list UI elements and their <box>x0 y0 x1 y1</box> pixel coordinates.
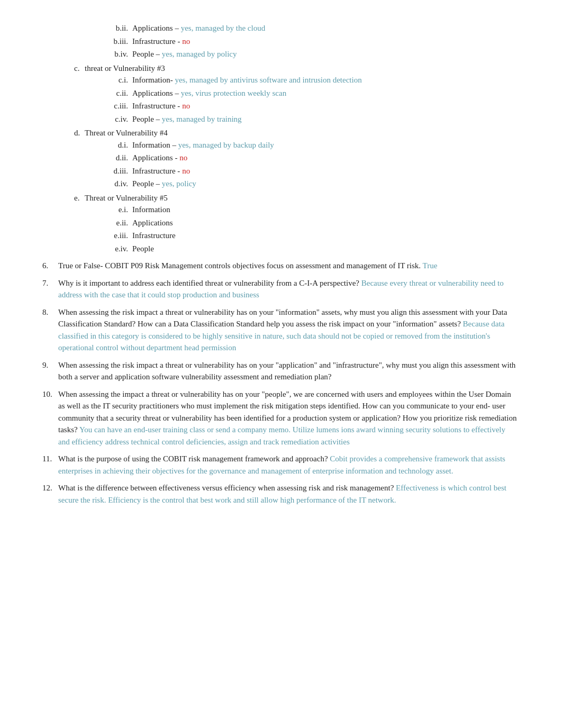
vuln4-items: d.i. Information – yes, managed by backu… <box>74 139 519 190</box>
q6-body: True or False- COBIT P09 Risk Management… <box>58 260 437 272</box>
q12-section: 12. What is the difference between effec… <box>42 482 519 506</box>
q6-question: True or False- COBIT P09 Risk Management… <box>58 261 421 270</box>
ci-label: c.i. <box>106 74 132 86</box>
ci-answer: yes, managed by antivirus software and i… <box>175 76 361 84</box>
vuln3-header: c. threat or Vulnerability #3 <box>74 62 519 75</box>
di-row: d.i. Information – yes, managed by backu… <box>106 139 519 151</box>
q6-section: 6. True or False- COBIT P09 Risk Managem… <box>42 260 519 272</box>
vuln4-label: d. <box>74 127 85 139</box>
ciii-row: c.iii. Infrastructure - no <box>106 100 519 112</box>
eiii-row: e.iii. Infrastructure <box>106 230 519 242</box>
div-answer: yes, policy <box>162 179 196 188</box>
ei-row: e.i. Information <box>106 204 519 216</box>
vuln5-label: e. <box>74 192 85 204</box>
diii-answer: no <box>182 167 190 175</box>
biv-row: b.iv. People – yes, managed by policy <box>106 48 519 60</box>
vuln4-header: d. Threat or Vulnerability #4 <box>74 127 519 139</box>
q8-section: 8. When assessing the risk impact a thre… <box>42 306 519 354</box>
biv-answer: yes, managed by policy <box>162 50 237 58</box>
diii-row: d.iii. Infrastructure - no <box>106 165 519 177</box>
q7-section: 7. Why is it important to address each i… <box>42 277 519 301</box>
biii-answer: no <box>182 37 190 46</box>
vuln4-title: Threat or Vulnerability #4 <box>85 127 168 139</box>
bii-answer: yes, managed by the cloud <box>181 24 266 32</box>
bii-section: b.ii. Applications – yes, managed by the… <box>42 22 519 60</box>
vuln5-header: e. Threat or Vulnerability #5 <box>74 192 519 204</box>
q11-body: What is the purpose of using the COBIT r… <box>58 453 519 477</box>
biv-topic: People – yes, managed by policy <box>132 48 237 60</box>
ciii-label: c.iii. <box>106 100 132 112</box>
q8-num: 8. <box>42 306 58 354</box>
page-content: b.ii. Applications – yes, managed by the… <box>42 22 519 506</box>
q12-num: 12. <box>42 482 58 506</box>
q8-body: When assessing the risk impact a threat … <box>58 306 519 354</box>
dii-label: d.ii. <box>106 152 132 164</box>
q10-answer: You can have an end-user training class … <box>58 425 505 446</box>
bii-topic: Applications – yes, managed by the cloud <box>132 22 265 34</box>
cii-row: c.ii. Applications – yes, virus protecti… <box>106 87 519 99</box>
q10-body: When assessing the impact a threat or vu… <box>58 388 519 448</box>
ci-row: c.i. Information- yes, managed by antivi… <box>106 74 519 86</box>
vuln3-title: threat or Vulnerability #3 <box>85 62 165 75</box>
civ-label: c.iv. <box>106 113 132 125</box>
cii-answer: yes, virus protection weekly scan <box>181 89 287 97</box>
q7-question: Why is it important to address each iden… <box>58 279 359 287</box>
q6-num: 6. <box>42 260 58 272</box>
vuln3-section: c. threat or Vulnerability #3 c.i. Infor… <box>42 62 519 125</box>
vuln5-section: e. Threat or Vulnerability #5 e.i. Infor… <box>42 192 519 255</box>
ciii-answer: no <box>182 102 190 110</box>
bii-label: b.ii. <box>106 22 132 34</box>
q7-num: 7. <box>42 277 58 301</box>
eii-row: e.ii. Applications <box>106 217 519 229</box>
biii-label: b.iii. <box>106 35 132 48</box>
q11-num: 11. <box>42 453 58 477</box>
q12-question: What is the difference between effective… <box>58 484 394 492</box>
q10-section: 10. When assessing the impact a threat o… <box>42 388 519 448</box>
q7-body: Why is it important to address each iden… <box>58 277 519 301</box>
eiv-row: e.iv. People <box>106 243 519 255</box>
q9-num: 9. <box>42 359 58 383</box>
cii-label: c.ii. <box>106 87 132 99</box>
div-label: d.iv. <box>106 178 132 190</box>
vuln3-label: c. <box>74 62 85 75</box>
dii-answer: no <box>179 153 187 162</box>
vuln3-items: c.i. Information- yes, managed by antivi… <box>74 74 519 125</box>
q12-body: What is the difference between effective… <box>58 482 519 506</box>
q11-question: What is the purpose of using the COBIT r… <box>58 454 328 463</box>
diii-label: d.iii. <box>106 165 132 177</box>
biii-row: b.iii. Infrastructure - no <box>106 35 519 48</box>
q9-body: When assessing the risk impact a threat … <box>58 359 519 383</box>
vuln5-title: Threat or Vulnerability #5 <box>85 192 168 204</box>
q9-question: When assessing the risk impact a threat … <box>58 361 515 381</box>
q9-section: 9. When assessing the risk impact a thre… <box>42 359 519 383</box>
div-row: d.iv. People – yes, policy <box>106 178 519 190</box>
dii-row: d.ii. Applications - no <box>106 152 519 164</box>
di-label: d.i. <box>106 139 132 151</box>
di-answer: yes, managed by backup daily <box>178 141 274 149</box>
vuln4-section: d. Threat or Vulnerability #4 d.i. Infor… <box>42 127 519 190</box>
civ-answer: yes, managed by training <box>162 115 242 123</box>
biv-label: b.iv. <box>106 48 132 60</box>
q11-section: 11. What is the purpose of using the COB… <box>42 453 519 477</box>
biii-topic: Infrastructure - no <box>132 35 190 48</box>
vuln5-items: e.i. Information e.ii. Applications e.ii… <box>74 204 519 254</box>
bii-row: b.ii. Applications – yes, managed by the… <box>106 22 519 34</box>
q6-answer: True <box>423 261 438 270</box>
q10-num: 10. <box>42 388 58 448</box>
civ-row: c.iv. People – yes, managed by training <box>106 113 519 125</box>
q8-question: When assessing the risk impact a threat … <box>58 308 507 329</box>
